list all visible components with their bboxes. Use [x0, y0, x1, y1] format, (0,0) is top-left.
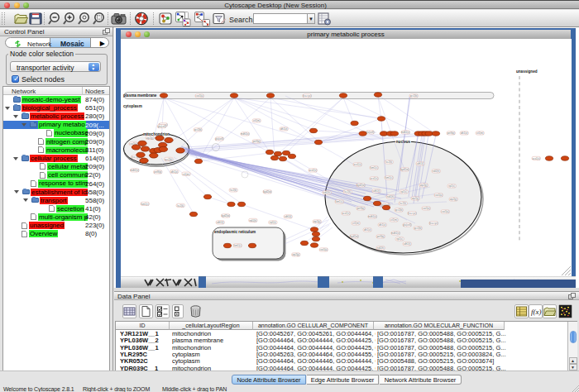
svg-text:sdh1(t): sdh1(t): [417, 162, 424, 165]
svg-text:atp2(g): atp2(g): [292, 253, 299, 256]
svg-text:fum1(c): fum1(c): [370, 166, 378, 170]
svg-text:pet9(q): pet9(q): [447, 131, 455, 135]
svg-text:rip1(s): rip1(s): [270, 221, 276, 224]
svg-text:aco1(v): aco1(v): [371, 177, 378, 180]
svg-text:fum1(c): fum1(c): [233, 244, 242, 247]
svg-text:ndi1(h): ndi1(h): [249, 219, 256, 222]
svg-text:sdh1(t): sdh1(t): [217, 221, 224, 224]
svg-text:glu(cell): glu(cell): [215, 137, 223, 141]
svg-text:aco1(v): aco1(v): [342, 212, 350, 215]
svg-text:qcr2(b): qcr2(b): [414, 227, 422, 230]
svg-text:rip1(s): rip1(s): [400, 190, 407, 194]
svg-text:sdh1(t): sdh1(t): [373, 189, 380, 193]
svg-text:cit1(m): cit1(m): [390, 218, 398, 222]
svg-text:(tca cyc): (tca cyc): [429, 222, 438, 225]
svg-text:ndi1(h): ndi1(h): [387, 195, 395, 198]
svg-text:kgd2(w): kgd2(w): [263, 190, 271, 194]
svg-text:mdh1(x): mdh1(x): [131, 169, 139, 172]
svg-text:cit1(m): cit1(m): [352, 222, 360, 225]
svg-text:cox5(a): cox5(a): [435, 194, 443, 197]
svg-text:cox5(a): cox5(a): [196, 94, 203, 98]
svg-text:idh1(z): idh1(z): [170, 170, 178, 174]
svg-text:cit1(m): cit1(m): [183, 173, 190, 176]
svg-text:plasma membrane: plasma membrane: [123, 93, 157, 98]
svg-text:pet9(q): pet9(q): [377, 235, 385, 238]
svg-text:cit1(m): cit1(m): [253, 119, 261, 122]
svg-text:ndi1(h): ndi1(h): [377, 246, 385, 250]
svg-text:kgd2(w): kgd2(w): [222, 214, 230, 218]
svg-text:lsc2(k): lsc2(k): [177, 204, 184, 208]
svg-text:mdh1(x): mdh1(x): [241, 132, 249, 136]
svg-text:idh1(z): idh1(z): [461, 131, 468, 135]
svg-text:idh1(z): idh1(z): [364, 228, 371, 232]
svg-text:sdh1(t): sdh1(t): [404, 242, 411, 246]
svg-text:ndi1(h): ndi1(h): [323, 191, 331, 194]
svg-text:kgd2(w): kgd2(w): [356, 184, 365, 187]
svg-text:sdh1(t): sdh1(t): [285, 215, 292, 218]
svg-text:(tca cyc): (tca cyc): [303, 94, 312, 98]
svg-text:unassigned: unassigned: [516, 69, 538, 74]
svg-text:aco1(v): aco1(v): [309, 169, 317, 172]
svg-text:atp2(g): atp2(g): [146, 136, 154, 140]
svg-text:qcr2(b): qcr2(b): [410, 94, 418, 98]
svg-text:glu(cell): glu(cell): [158, 125, 166, 128]
svg-text:endoplasmic reticulum: endoplasmic reticulum: [214, 230, 256, 234]
svg-text:pet9(q): pet9(q): [357, 207, 365, 210]
svg-text:pet9(q): pet9(q): [253, 140, 261, 143]
svg-text:atp2(g): atp2(g): [313, 220, 321, 223]
svg-text:rip1(s): rip1(s): [396, 237, 403, 241]
svg-text:qcr2(b): qcr2(b): [194, 128, 202, 131]
svg-text:fum1(c): fum1(c): [385, 176, 393, 179]
svg-text:atp2(g): atp2(g): [412, 197, 419, 200]
svg-text:cit1(m): cit1(m): [476, 131, 484, 135]
svg-text:idh1(z): idh1(z): [280, 127, 288, 131]
svg-text:lsc2(k): lsc2(k): [385, 160, 392, 164]
svg-text:glu(cell): glu(cell): [403, 223, 411, 227]
svg-text:mdh1(x): mdh1(x): [368, 215, 376, 218]
svg-text:lsc2(k): lsc2(k): [230, 189, 237, 192]
svg-text:cox5(a): cox5(a): [423, 207, 430, 210]
svg-text:idh1(z): idh1(z): [379, 223, 386, 227]
svg-text:cytoplasm: cytoplasm: [123, 104, 142, 108]
svg-text:qcr2(b): qcr2(b): [165, 158, 172, 161]
svg-text:cox5(a): cox5(a): [320, 248, 328, 251]
svg-text:aco1(v): aco1(v): [354, 163, 361, 166]
svg-text:(tca cyc): (tca cyc): [408, 212, 417, 215]
svg-text:kgd2(w): kgd2(w): [400, 168, 409, 171]
svg-text:lsc2(k): lsc2(k): [344, 190, 351, 194]
svg-text:glu(cell): glu(cell): [366, 131, 374, 134]
svg-text:atp2(g): atp2(g): [420, 184, 428, 187]
svg-text:mdh1(x): mdh1(x): [401, 131, 409, 134]
svg-text:fum1(c): fum1(c): [141, 203, 149, 206]
svg-text:mdh1(x): mdh1(x): [391, 232, 400, 235]
svg-text:pet9(q): pet9(q): [154, 170, 161, 174]
svg-text:rip1(s): rip1(s): [448, 184, 455, 188]
svg-text:atp2(g): atp2(g): [450, 198, 457, 201]
svg-text:ndi1(h): ndi1(h): [433, 170, 440, 173]
svg-text:kgd2(w): kgd2(w): [350, 235, 358, 238]
svg-text:cox5(a): cox5(a): [442, 210, 449, 213]
svg-text:fum1(c): fum1(c): [335, 200, 343, 203]
svg-text:aco1(v): aco1(v): [533, 157, 540, 160]
svg-text:f(x): f(x): [531, 308, 542, 316]
svg-text:qcr2(b): qcr2(b): [395, 208, 403, 212]
svg-text:lsc2(k): lsc2(k): [400, 202, 406, 205]
